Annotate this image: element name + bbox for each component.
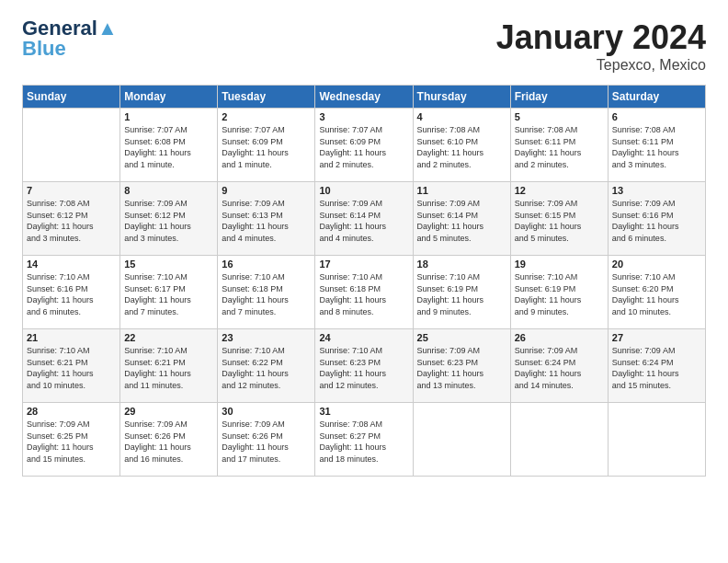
day-number: 19 — [515, 259, 604, 270]
calendar-cell: 1Sunrise: 7:07 AM Sunset: 6:08 PM Daylig… — [120, 109, 218, 182]
calendar-table: SundayMondayTuesdayWednesdayThursdayFrid… — [22, 85, 706, 477]
header-saturday: Saturday — [608, 86, 705, 109]
day-info: Sunrise: 7:10 AM Sunset: 6:19 PM Dayligh… — [515, 271, 604, 317]
calendar-cell — [23, 109, 120, 182]
day-info: Sunrise: 7:09 AM Sunset: 6:12 PM Dayligh… — [124, 198, 213, 244]
calendar-cell: 5Sunrise: 7:08 AM Sunset: 6:11 PM Daylig… — [510, 109, 608, 182]
header: General▲ Blue January 2024 Tepexco, Mexi… — [22, 18, 706, 74]
day-number: 7 — [27, 185, 116, 196]
calendar-cell: 4Sunrise: 7:08 AM Sunset: 6:10 PM Daylig… — [413, 109, 510, 182]
calendar-cell: 29Sunrise: 7:09 AM Sunset: 6:26 PM Dayli… — [120, 403, 218, 477]
day-info: Sunrise: 7:07 AM Sunset: 6:09 PM Dayligh… — [222, 124, 311, 170]
day-info: Sunrise: 7:08 AM Sunset: 6:27 PM Dayligh… — [319, 419, 408, 465]
day-number: 15 — [124, 259, 213, 270]
calendar-cell: 9Sunrise: 7:09 AM Sunset: 6:13 PM Daylig… — [218, 182, 315, 256]
calendar-cell: 27Sunrise: 7:09 AM Sunset: 6:24 PM Dayli… — [608, 329, 705, 403]
day-info: Sunrise: 7:08 AM Sunset: 6:11 PM Dayligh… — [612, 124, 701, 170]
day-number: 25 — [417, 332, 506, 343]
day-number: 18 — [417, 259, 506, 270]
day-number: 10 — [319, 185, 408, 196]
day-number: 9 — [222, 185, 311, 196]
day-info: Sunrise: 7:09 AM Sunset: 6:26 PM Dayligh… — [222, 419, 311, 465]
calendar-cell: 28Sunrise: 7:09 AM Sunset: 6:25 PM Dayli… — [23, 403, 120, 477]
day-info: Sunrise: 7:10 AM Sunset: 6:21 PM Dayligh… — [124, 345, 213, 391]
calendar-cell: 7Sunrise: 7:08 AM Sunset: 6:12 PM Daylig… — [23, 182, 120, 256]
week-row-1: 1Sunrise: 7:07 AM Sunset: 6:08 PM Daylig… — [23, 109, 706, 182]
calendar-cell: 15Sunrise: 7:10 AM Sunset: 6:17 PM Dayli… — [120, 256, 218, 329]
calendar-cell: 19Sunrise: 7:10 AM Sunset: 6:19 PM Dayli… — [510, 256, 608, 329]
header-sunday: Sunday — [23, 86, 120, 109]
day-info: Sunrise: 7:09 AM Sunset: 6:15 PM Dayligh… — [515, 198, 604, 244]
day-number: 22 — [124, 332, 213, 343]
calendar-cell: 8Sunrise: 7:09 AM Sunset: 6:12 PM Daylig… — [120, 182, 218, 256]
calendar-cell: 3Sunrise: 7:07 AM Sunset: 6:09 PM Daylig… — [315, 109, 413, 182]
day-info: Sunrise: 7:09 AM Sunset: 6:14 PM Dayligh… — [417, 198, 506, 244]
calendar-cell: 30Sunrise: 7:09 AM Sunset: 6:26 PM Dayli… — [218, 403, 315, 477]
calendar-cell: 26Sunrise: 7:09 AM Sunset: 6:24 PM Dayli… — [510, 329, 608, 403]
calendar-cell: 6Sunrise: 7:08 AM Sunset: 6:11 PM Daylig… — [608, 109, 705, 182]
title-block: January 2024 Tepexco, Mexico — [496, 18, 706, 74]
day-number: 5 — [515, 111, 604, 122]
day-number: 3 — [319, 111, 408, 122]
calendar-cell: 12Sunrise: 7:09 AM Sunset: 6:15 PM Dayli… — [510, 182, 608, 256]
week-row-5: 28Sunrise: 7:09 AM Sunset: 6:25 PM Dayli… — [23, 403, 706, 477]
day-info: Sunrise: 7:07 AM Sunset: 6:08 PM Dayligh… — [124, 124, 213, 170]
header-monday: Monday — [120, 86, 218, 109]
day-info: Sunrise: 7:10 AM Sunset: 6:23 PM Dayligh… — [319, 345, 408, 391]
day-info: Sunrise: 7:08 AM Sunset: 6:10 PM Dayligh… — [417, 124, 506, 170]
header-wednesday: Wednesday — [315, 86, 413, 109]
day-info: Sunrise: 7:08 AM Sunset: 6:12 PM Dayligh… — [27, 198, 116, 244]
calendar-cell — [413, 403, 510, 477]
location: Tepexco, Mexico — [496, 57, 706, 74]
day-number: 24 — [319, 332, 408, 343]
day-number: 16 — [222, 259, 311, 270]
week-row-3: 14Sunrise: 7:10 AM Sunset: 6:16 PM Dayli… — [23, 256, 706, 329]
calendar-cell: 10Sunrise: 7:09 AM Sunset: 6:14 PM Dayli… — [315, 182, 413, 256]
day-info: Sunrise: 7:10 AM Sunset: 6:17 PM Dayligh… — [124, 271, 213, 317]
day-number: 23 — [222, 332, 311, 343]
calendar-cell: 21Sunrise: 7:10 AM Sunset: 6:21 PM Dayli… — [23, 329, 120, 403]
day-info: Sunrise: 7:10 AM Sunset: 6:18 PM Dayligh… — [222, 271, 311, 317]
header-row: SundayMondayTuesdayWednesdayThursdayFrid… — [23, 86, 706, 109]
day-info: Sunrise: 7:07 AM Sunset: 6:09 PM Dayligh… — [319, 124, 408, 170]
day-info: Sunrise: 7:09 AM Sunset: 6:24 PM Dayligh… — [612, 345, 701, 391]
day-info: Sunrise: 7:09 AM Sunset: 6:14 PM Dayligh… — [319, 198, 408, 244]
header-friday: Friday — [510, 86, 608, 109]
logo-bird-icon: ▲ — [97, 17, 118, 40]
calendar-cell: 16Sunrise: 7:10 AM Sunset: 6:18 PM Dayli… — [218, 256, 315, 329]
day-number: 11 — [417, 185, 506, 196]
day-number: 12 — [515, 185, 604, 196]
day-info: Sunrise: 7:10 AM Sunset: 6:21 PM Dayligh… — [27, 345, 116, 391]
calendar-cell: 17Sunrise: 7:10 AM Sunset: 6:18 PM Dayli… — [315, 256, 413, 329]
logo-blue: Blue — [22, 39, 66, 59]
calendar-cell: 25Sunrise: 7:09 AM Sunset: 6:23 PM Dayli… — [413, 329, 510, 403]
day-info: Sunrise: 7:10 AM Sunset: 6:19 PM Dayligh… — [417, 271, 506, 317]
day-number: 28 — [27, 406, 116, 417]
week-row-2: 7Sunrise: 7:08 AM Sunset: 6:12 PM Daylig… — [23, 182, 706, 256]
calendar-cell — [510, 403, 608, 477]
calendar-cell: 14Sunrise: 7:10 AM Sunset: 6:16 PM Dayli… — [23, 256, 120, 329]
day-number: 14 — [27, 259, 116, 270]
logo: General▲ Blue — [22, 18, 118, 59]
day-info: Sunrise: 7:09 AM Sunset: 6:16 PM Dayligh… — [612, 198, 701, 244]
calendar-cell — [608, 403, 705, 477]
day-info: Sunrise: 7:08 AM Sunset: 6:11 PM Dayligh… — [515, 124, 604, 170]
day-info: Sunrise: 7:10 AM Sunset: 6:18 PM Dayligh… — [319, 271, 408, 317]
calendar-cell: 11Sunrise: 7:09 AM Sunset: 6:14 PM Dayli… — [413, 182, 510, 256]
month-title: January 2024 — [496, 18, 706, 57]
day-info: Sunrise: 7:09 AM Sunset: 6:13 PM Dayligh… — [222, 198, 311, 244]
day-info: Sunrise: 7:10 AM Sunset: 6:20 PM Dayligh… — [612, 271, 701, 317]
week-row-4: 21Sunrise: 7:10 AM Sunset: 6:21 PM Dayli… — [23, 329, 706, 403]
day-number: 29 — [124, 406, 213, 417]
day-number: 13 — [612, 185, 701, 196]
day-info: Sunrise: 7:09 AM Sunset: 6:24 PM Dayligh… — [515, 345, 604, 391]
day-info: Sunrise: 7:10 AM Sunset: 6:22 PM Dayligh… — [222, 345, 311, 391]
day-number: 21 — [27, 332, 116, 343]
day-number: 6 — [612, 111, 701, 122]
calendar-cell: 20Sunrise: 7:10 AM Sunset: 6:20 PM Dayli… — [608, 256, 705, 329]
page-container: General▲ Blue January 2024 Tepexco, Mexi… — [0, 0, 728, 491]
day-info: Sunrise: 7:10 AM Sunset: 6:16 PM Dayligh… — [27, 271, 116, 317]
day-info: Sunrise: 7:09 AM Sunset: 6:26 PM Dayligh… — [124, 419, 213, 465]
calendar-cell: 13Sunrise: 7:09 AM Sunset: 6:16 PM Dayli… — [608, 182, 705, 256]
day-number: 26 — [515, 332, 604, 343]
